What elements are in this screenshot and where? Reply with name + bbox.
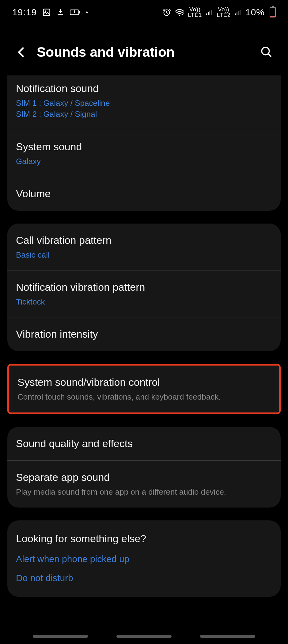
row-subtitle: Galaxy [16, 156, 272, 167]
row-title: Notification sound [16, 82, 272, 96]
status-left: 19:19 • [12, 7, 88, 17]
svg-rect-7 [208, 12, 209, 15]
row-subtitle: Basic call [16, 249, 272, 260]
page-header: Sounds and vibration [0, 25, 288, 77]
svg-rect-6 [206, 13, 207, 15]
system-sound-row[interactable]: System sound Galaxy [7, 130, 281, 177]
battery-saver-icon [70, 9, 80, 16]
status-right: Vo))LTE1 Vo))LTE2 10% [162, 7, 276, 18]
link-alert-picked-up[interactable]: Alert when phone picked up [16, 554, 272, 564]
link-do-not-disturb[interactable]: Do not disturb [16, 573, 272, 583]
system-control-card: System sound/vibration control Control t… [7, 364, 281, 414]
row-description: Control touch sounds, vibrations, and ke… [17, 391, 271, 402]
nav-recents[interactable] [33, 635, 88, 638]
sim1-volte-icon: Vo))LTE1 [188, 7, 202, 18]
vibration-intensity-row[interactable]: Vibration intensity [7, 317, 281, 351]
svg-rect-8 [209, 11, 210, 15]
footer-title: Looking for something else? [16, 533, 272, 545]
svg-rect-3 [79, 11, 80, 13]
notification-sound-row[interactable]: Notification sound SIM 1 : Galaxy / Spac… [7, 75, 281, 130]
row-title: Sound quality and effects [16, 437, 272, 451]
svg-point-5 [179, 15, 180, 16]
row-title: Volume [16, 187, 272, 201]
row-subtitle: Ticktock [16, 296, 272, 307]
volume-row[interactable]: Volume [7, 177, 281, 211]
sound-quality-card: Sound quality and effects Separate app s… [7, 427, 281, 508]
page-title: Sounds and vibration [37, 44, 257, 60]
row-description: Play media sound from one app on a diffe… [16, 486, 272, 497]
svg-rect-0 [44, 9, 50, 16]
vibration-settings-card: Call vibration pattern Basic call Notifi… [7, 224, 281, 351]
signal2-icon [234, 9, 242, 16]
system-sound-vibration-control-row[interactable]: System sound/vibration control Control t… [9, 366, 279, 412]
sound-quality-row[interactable]: Sound quality and effects [7, 427, 281, 461]
alarm-icon [162, 8, 171, 17]
row-title: System sound/vibration control [17, 375, 271, 389]
status-time: 19:19 [12, 7, 37, 17]
row-subtitle: SIM 1 : Galaxy / Spaceline [16, 98, 272, 109]
svg-rect-12 [238, 11, 239, 15]
row-title: System sound [16, 140, 272, 154]
svg-point-1 [45, 10, 46, 12]
row-title: Vibration intensity [16, 327, 272, 341]
sound-settings-card: Notification sound SIM 1 : Galaxy / Spac… [7, 75, 281, 211]
row-title: Separate app sound [16, 470, 272, 485]
sim2-volte-icon: Vo))LTE2 [217, 7, 231, 18]
row-title: Call vibration pattern [16, 233, 272, 247]
nav-home[interactable] [116, 635, 172, 638]
looking-for-card: Looking for something else? Alert when p… [7, 520, 281, 597]
nav-bar [0, 635, 288, 638]
svg-rect-10 [235, 13, 236, 15]
separate-app-sound-row[interactable]: Separate app sound Play media sound from… [7, 460, 281, 507]
dot-icon: • [86, 9, 88, 16]
svg-rect-13 [240, 10, 241, 15]
back-button[interactable] [12, 43, 31, 61]
nav-back[interactable] [200, 635, 255, 638]
search-button[interactable] [257, 43, 276, 61]
image-icon [42, 8, 51, 17]
row-subtitle-2: SIM 2 : Galaxy / Signal [16, 109, 272, 120]
svg-rect-9 [211, 10, 212, 15]
status-bar: 19:19 • Vo))LTE1 Vo))LTE2 10% [0, 0, 288, 25]
call-vibration-row[interactable]: Call vibration pattern Basic call [7, 224, 281, 270]
wifi-icon [175, 8, 184, 16]
notification-vibration-row[interactable]: Notification vibration pattern Ticktock [7, 270, 281, 317]
battery-percent: 10% [245, 7, 265, 17]
svg-rect-11 [237, 12, 237, 15]
download-icon [56, 8, 64, 16]
battery-icon [270, 7, 276, 17]
row-title: Notification vibration pattern [16, 280, 272, 294]
signal1-icon [206, 9, 213, 16]
